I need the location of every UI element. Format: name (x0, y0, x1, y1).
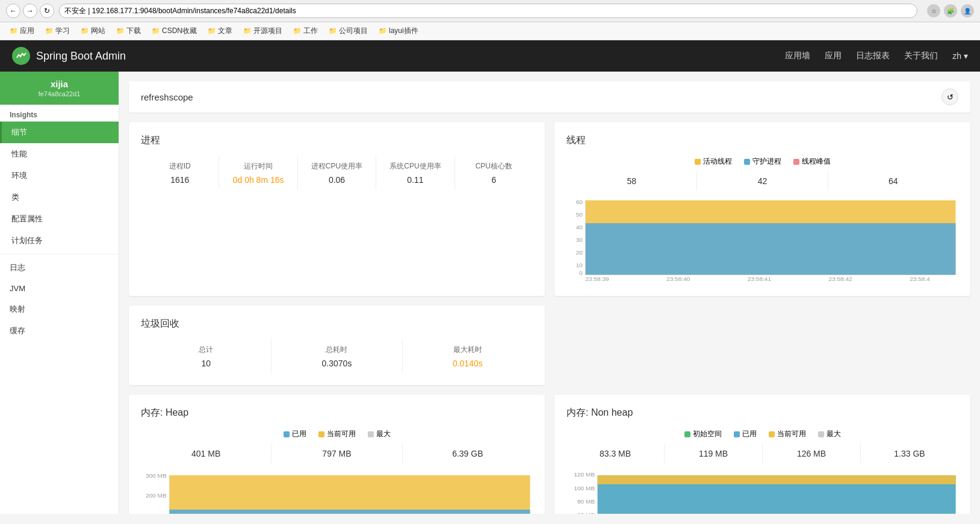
stat-nonheap-init: 83.3 MB (566, 444, 664, 463)
nav-app-wall[interactable]: 应用墙 (785, 51, 810, 61)
stat-peak-threads: 64 (828, 171, 958, 191)
svg-text:23:58:4: 23:58:4 (910, 276, 930, 282)
heap-title: 内存: Heap (141, 407, 533, 419)
stat-cpu-cores: CPU核心数 6 (454, 156, 533, 190)
content-area: refreshscope ↺ 进程 进程ID 1616 运行时间 0d 0h 8… (119, 72, 980, 514)
back-button[interactable]: ← (6, 4, 20, 18)
process-stats: 进程ID 1616 运行时间 0d 0h 8m 16s 进程CPU使用率 0.0… (141, 156, 533, 190)
thread-stats: 58 42 64 (566, 171, 958, 191)
forward-button[interactable]: → (23, 4, 37, 18)
bookmark-website[interactable]: 📁 网站 (77, 25, 109, 37)
nonheap-chart-container: 120 MB 100 MB 80 MB 60 MB 40 MB 20 MB 0 … (566, 470, 958, 514)
svg-text:60: 60 (576, 199, 583, 205)
heap-card: 内存: Heap 已用 当前可用 最大 (129, 395, 545, 514)
thread-legend: 活动线程 守护进程 线程峰值 (566, 156, 958, 167)
folder-icon: 📁 (81, 27, 89, 35)
folder-icon: 📁 (379, 27, 387, 35)
thread-title: 线程 (566, 134, 958, 147)
nonheap-card: 内存: Non heap 初始空间 已用 当前可用 (554, 395, 970, 514)
stat-nonheap-used: 119 MB (664, 444, 762, 463)
svg-text:20: 20 (576, 250, 583, 256)
legend-heap-max: 最大 (368, 429, 391, 439)
svg-text:50: 50 (576, 212, 583, 218)
stat-gc-total: 总计 10 (141, 340, 271, 373)
sidebar-item-config[interactable]: 配置属性 (0, 208, 119, 230)
bookmark-bar: 📁 应用 📁 学习 📁 网站 📁 下载 📁 CSDN收藏 📁 文章 📁 开源项目… (0, 22, 980, 40)
refreshscope-title: refreshscope (141, 92, 193, 102)
bookmark-download[interactable]: 📁 下载 (113, 25, 144, 37)
sidebar-item-environment[interactable]: 环境 (0, 165, 119, 186)
app-header: Spring Boot Admin 应用墙 应用 日志报表 关于我们 zh ▾ (0, 40, 980, 72)
bookmark-opensource[interactable]: 📁 开源项目 (240, 25, 286, 37)
svg-rect-8 (585, 223, 955, 275)
svg-rect-38 (598, 475, 956, 484)
folder-icon: 📁 (329, 27, 337, 35)
sidebar-item-mapping[interactable]: 映射 (0, 298, 119, 320)
process-title: 进程 (141, 134, 533, 147)
svg-text:120 MB: 120 MB (574, 472, 595, 478)
extension-icon[interactable]: 🧩 (944, 4, 957, 17)
sidebar-app-name: xijia (7, 79, 111, 89)
row-2: 垃圾回收 总计 10 总耗时 0.3070s 最大耗时 0.0140s (129, 306, 970, 385)
bookmark-apps[interactable]: 📁 应用 (6, 25, 38, 37)
svg-rect-21 (169, 510, 530, 514)
folder-icon: 📁 (293, 27, 302, 35)
legend-active-threads: 活动线程 (695, 156, 732, 167)
gc-card: 垃圾回收 总计 10 总耗时 0.3070s 最大耗时 0.0140s (129, 306, 545, 385)
legend-dot-blue-heap (284, 431, 290, 437)
legend-nonheap-max: 最大 (818, 429, 841, 439)
sidebar: xijia fe74a8ca22d1 Insights 细节 性能 环境 类 配… (0, 72, 119, 514)
star-icon[interactable]: ☆ (927, 4, 940, 17)
nonheap-stats: 83.3 MB 119 MB 126 MB 1.33 GB (566, 444, 958, 463)
legend-dot-grey-heap (368, 431, 374, 437)
profile-icon[interactable]: 👤 (961, 4, 974, 17)
bookmark-work[interactable]: 📁 工作 (290, 25, 321, 37)
legend-heap-used: 已用 (284, 429, 306, 439)
svg-text:0: 0 (579, 270, 583, 276)
svg-text:200 MB: 200 MB (146, 493, 167, 499)
lang-selector[interactable]: zh ▾ (952, 51, 968, 61)
bookmark-company[interactable]: 📁 公司项目 (325, 25, 371, 37)
bookmark-csdn[interactable]: 📁 CSDN收藏 (148, 25, 200, 37)
folder-icon: 📁 (152, 27, 160, 35)
svg-text:10: 10 (576, 262, 583, 268)
app-logo: Spring Boot Admin (12, 47, 126, 65)
nav-apps[interactable]: 应用 (825, 51, 842, 61)
sidebar-divider (0, 254, 119, 254)
svg-text:60 MB: 60 MB (577, 512, 595, 514)
browser-bar: ← → ↻ ☆ 🧩 👤 (0, 0, 980, 22)
refresh-button[interactable]: ↻ (40, 4, 54, 18)
svg-rect-20 (169, 475, 530, 514)
row-3: 内存: Heap 已用 当前可用 最大 (129, 395, 970, 514)
bookmark-articles[interactable]: 📁 文章 (204, 25, 236, 37)
svg-text:80 MB: 80 MB (577, 499, 595, 505)
bookmark-study[interactable]: 📁 学习 (42, 25, 73, 37)
sidebar-item-jvm[interactable]: JVM (0, 279, 119, 298)
stat-heap-max: 6.39 GB (402, 444, 533, 463)
sidebar-item-scheduled[interactable]: 计划任务 (0, 230, 119, 251)
folder-icon: 📁 (10, 27, 18, 35)
refreshscope-section: refreshscope ↺ (129, 81, 970, 113)
nav-about[interactable]: 关于我们 (904, 51, 938, 61)
sidebar-item-performance[interactable]: 性能 (0, 143, 119, 165)
gc-stats: 总计 10 总耗时 0.3070s 最大耗时 0.0140s (141, 340, 533, 373)
sidebar-item-log[interactable]: 日志 (0, 257, 119, 279)
logo-icon (12, 47, 30, 65)
nav-buttons: ← → ↻ (6, 4, 54, 18)
stat-daemon-threads: 42 (696, 171, 827, 191)
bookmark-layui[interactable]: 📁 layui插件 (375, 25, 422, 37)
stat-proc-cpu: 进程CPU使用率 0.06 (297, 156, 376, 190)
sidebar-item-classes[interactable]: 类 (0, 186, 119, 208)
legend-dot-red (793, 159, 799, 165)
svg-text:300 MB: 300 MB (146, 473, 167, 479)
url-bar[interactable] (59, 4, 917, 18)
legend-nonheap-init: 初始空间 (684, 429, 722, 439)
refreshscope-button[interactable]: ↺ (941, 88, 958, 105)
legend-dot-grey-nonheap (818, 431, 824, 437)
stat-pid: 进程ID 1616 (141, 156, 219, 190)
nav-log-report[interactable]: 日志报表 (856, 51, 890, 61)
folder-icon: 📁 (243, 27, 252, 35)
svg-text:30: 30 (576, 237, 583, 243)
sidebar-item-detail[interactable]: 细节 (0, 122, 119, 143)
sidebar-item-cache[interactable]: 缓存 (0, 320, 119, 342)
